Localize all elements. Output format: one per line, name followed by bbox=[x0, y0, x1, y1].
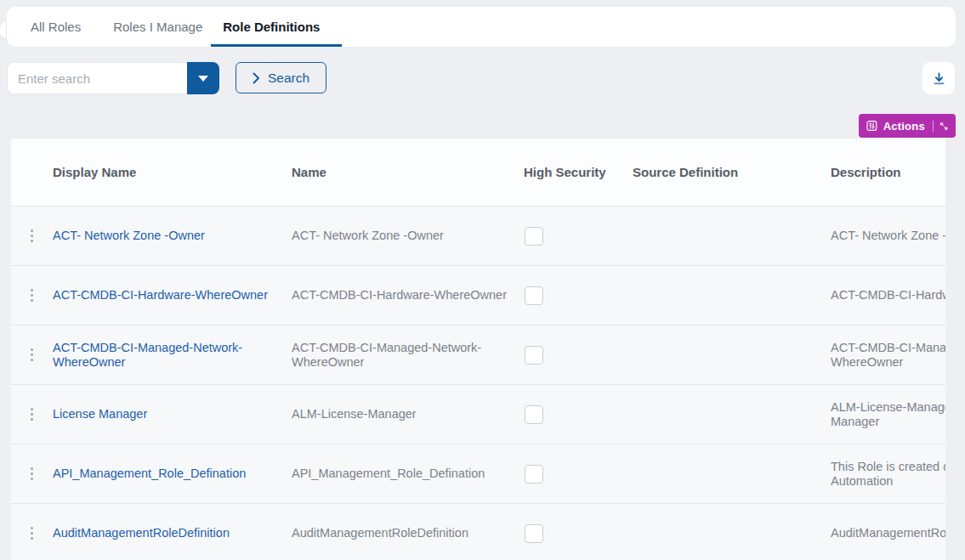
description-cell: This Role is created during Automation bbox=[831, 460, 945, 489]
column-header-description[interactable]: Description bbox=[831, 165, 901, 179]
tab-all-roles[interactable]: All Roles bbox=[20, 7, 91, 47]
table-row: AuditManagementRoleDefinition AuditManag… bbox=[11, 503, 945, 560]
kebab-menu-icon[interactable] bbox=[27, 523, 37, 544]
tab-label: All Roles bbox=[31, 20, 81, 34]
display-name-link[interactable]: API_Management_Role_Defination bbox=[53, 467, 246, 481]
table-header-row: Display Name Name High Security Source D… bbox=[11, 139, 945, 206]
column-header-high-security[interactable]: High Security bbox=[524, 165, 606, 179]
role-definitions-table: Display Name Name High Security Source D… bbox=[11, 139, 945, 560]
kebab-menu-icon[interactable] bbox=[27, 226, 37, 246]
chevron-right-icon bbox=[253, 72, 260, 84]
sliders-icon bbox=[866, 119, 877, 133]
name-cell: API_Management_Role_Defination bbox=[292, 467, 485, 481]
display-name-link[interactable]: ACT-CMDB-CI-Hardware-WhereOwner bbox=[53, 288, 268, 303]
high-security-checkbox[interactable] bbox=[525, 286, 543, 305]
table-row: ACT-CMDB-CI-Managed-Network- WhereOwner … bbox=[11, 325, 945, 384]
name-cell: ALM-License-Manager bbox=[292, 407, 417, 421]
search-input[interactable] bbox=[7, 62, 187, 94]
name-cell: AuditManagementRoleDefinition bbox=[292, 526, 468, 540]
column-header-source-definition[interactable]: Source Definition bbox=[633, 165, 738, 179]
expand-icon[interactable] bbox=[939, 121, 948, 132]
table-row: ACT- Network Zone -Owner ACT- Network Zo… bbox=[11, 206, 945, 265]
search-filter-dropdown-button[interactable] bbox=[187, 62, 219, 94]
description-cell: ACT-CMDB-CI-Managed-Network- WhereOwner bbox=[831, 341, 945, 370]
display-name-link[interactable]: AuditManagementRoleDefinition bbox=[53, 526, 230, 540]
tab-role-definitions[interactable]: Role Definitions bbox=[213, 7, 330, 47]
search-group bbox=[7, 62, 219, 94]
search-button-label: Search bbox=[268, 71, 309, 86]
divider bbox=[933, 121, 934, 132]
actions-button-label: Actions bbox=[883, 120, 925, 133]
export-button[interactable] bbox=[922, 62, 955, 94]
high-security-checkbox[interactable] bbox=[525, 346, 543, 365]
high-security-checkbox[interactable] bbox=[525, 227, 543, 246]
tab-label: Role Definitions bbox=[223, 20, 320, 34]
tab-label: Roles I Manage bbox=[113, 20, 202, 34]
table-row: ACT-CMDB-CI-Hardware-WhereOwner ACT-CMDB… bbox=[11, 265, 945, 325]
panel-toggle-handle[interactable] bbox=[0, 22, 6, 38]
kebab-menu-icon[interactable] bbox=[27, 404, 37, 425]
table-row: API_Management_Role_Defination API_Manag… bbox=[11, 444, 945, 503]
table-row: License Manager ALM-License-Manager ALM-… bbox=[11, 384, 945, 444]
chevron-down-icon bbox=[198, 76, 208, 82]
actions-button[interactable]: Actions bbox=[859, 114, 956, 138]
kebab-menu-icon[interactable] bbox=[27, 286, 37, 306]
column-header-name[interactable]: Name bbox=[292, 165, 326, 179]
tab-bar: All Roles Roles I Manage Role Definition… bbox=[7, 7, 956, 47]
display-name-link[interactable]: ACT-CMDB-CI-Managed-Network- WhereOwner bbox=[53, 341, 242, 370]
kebab-menu-icon[interactable] bbox=[27, 345, 37, 365]
display-name-link[interactable]: License Manager bbox=[53, 407, 147, 421]
description-cell: ACT- Network Zone -Owner bbox=[831, 229, 945, 243]
column-header-display-name[interactable]: Display Name bbox=[53, 165, 136, 179]
high-security-checkbox[interactable] bbox=[525, 524, 543, 543]
description-cell: ALM-License-Manager Manager bbox=[831, 400, 945, 429]
download-icon bbox=[932, 71, 946, 86]
display-name-link[interactable]: ACT- Network Zone -Owner bbox=[53, 229, 205, 243]
name-cell: ACT-CMDB-CI-Managed-Network- WhereOwner bbox=[292, 341, 481, 370]
tab-roles-i-manage[interactable]: Roles I Manage bbox=[103, 7, 213, 47]
description-cell: AuditManagementRoleDefinition bbox=[831, 526, 945, 540]
kebab-menu-icon[interactable] bbox=[27, 464, 37, 484]
name-cell: ACT- Network Zone -Owner bbox=[292, 229, 444, 243]
search-button[interactable]: Search bbox=[236, 62, 326, 93]
high-security-checkbox[interactable] bbox=[525, 465, 543, 484]
name-cell: ACT-CMDB-CI-Hardware-WhereOwner bbox=[292, 288, 507, 303]
description-cell: ACT-CMDB-CI-Hardware-WhereOwner bbox=[831, 288, 945, 303]
high-security-checkbox[interactable] bbox=[525, 405, 543, 424]
